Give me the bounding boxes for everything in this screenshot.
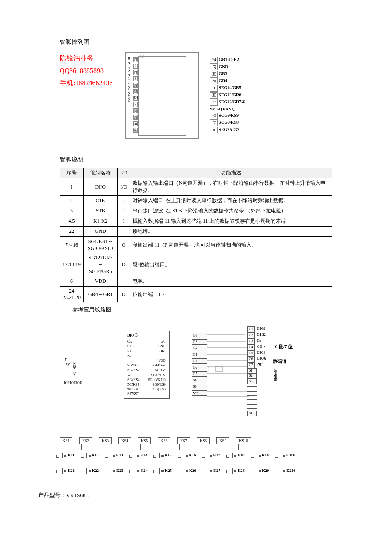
right-g-row: G1DIG1: [247, 326, 266, 332]
reference-circuit-diagram: ┌ +5V 小X29小 IOKIOKIOK DIO CKGCSTBGNDK1OR…: [60, 318, 332, 424]
pin-description-table: 序号管脚名称I/O功能描述 IDI/OI/O数据输入输出端口（N沟道开漏），在时…: [60, 168, 332, 302]
chip-left-pin-box: 回: [133, 89, 138, 94]
contact-info: 陈锐鸿业务 QQ3618885898 手机:18824662436: [60, 52, 112, 89]
right-g-row: G7∴07: [247, 362, 266, 368]
key-cell: K27: [205, 468, 223, 474]
right-g-row: G4CG・: [247, 344, 266, 350]
g-box: G4: [192, 352, 207, 357]
key-cell: K210: [278, 468, 298, 474]
key-cell: KS2: [79, 437, 92, 444]
key-cell: K22: [84, 468, 101, 474]
chip-left-pin-box: 3: [133, 102, 138, 107]
chip-left-vert-text: 101K1BK1K2DI23S23S45S6: [127, 56, 131, 103]
g-box: G5: [192, 358, 207, 364]
res-bottom: IOKIOKIOK: [64, 381, 82, 385]
right-g-row: G2D1G2: [247, 332, 266, 338]
right-s-row: S3: [247, 379, 266, 384]
chip-right-pin: 罚GND: [210, 64, 245, 71]
right-s-row: S1: [247, 368, 266, 373]
key-cell: KS9: [216, 437, 229, 444]
chip-pin-row: SGVKSISGI4/GaS: [127, 363, 166, 368]
table-row: 7～16SG1/KS1～ SGIO/KSIOO段输出端 11（P 沟道开漏）.也…: [60, 237, 332, 253]
right-s-row: [247, 393, 266, 397]
chip-left-pin-box: 回: [133, 83, 138, 88]
right-s-row: [247, 389, 266, 393]
table-header: 功能描述: [130, 168, 332, 178]
g-box: S9*: [192, 390, 207, 396]
g-box: G2: [192, 339, 207, 345]
chip-right-pin: 20GR4: [210, 78, 245, 85]
table-row: 3STBI串行接口滤波, 在 STB 下降沿输入的数据作为命令.（外部下拉电阻）: [60, 206, 332, 216]
chip-pin-row: K2: [127, 354, 166, 358]
contact-phone: 手机:18824662436: [60, 77, 112, 90]
key-cell: K16: [181, 452, 199, 459]
table-row: IDI/OI/O数据输入输出端口（N沟道开漏），在时钟下降沿输山串行数据，在时钟…: [60, 178, 332, 196]
chip-right-pin: SEG1(VKS1。: [210, 106, 245, 112]
digit-tube-label: 数码道: [273, 358, 293, 365]
res-vert: 小X29小: [72, 362, 76, 368]
chip-left-pin-box: 回: [133, 108, 138, 113]
key-cell: K23: [108, 468, 126, 474]
chip-pin-row: %RKS6SGβKS8: [127, 387, 166, 392]
table-row: 6VDD—电源.: [60, 276, 332, 287]
key-cell: KS10: [236, 437, 251, 444]
g-box: G1: [192, 333, 207, 338]
key-cell: KS8: [197, 437, 210, 444]
table-row: 17.18.19SG127GR7～ SG14/GR5O段/位输出端口。: [60, 253, 332, 276]
key-cell: K13: [108, 452, 126, 459]
g-box: G7: [192, 371, 207, 377]
chip-right-pin: nSEG7Λ<37: [210, 126, 245, 134]
right-s-row: S10: [247, 411, 266, 416]
product-model: 产品型号：VK1S68C: [38, 491, 358, 499]
key-cell: KS7: [177, 437, 190, 444]
key-row-1: KS1KS2KS3KS4KS5KS6KS7KS8KS9KS10: [60, 437, 332, 444]
key-cell: K15: [157, 452, 174, 459]
chip-pin-row: SG4KS4SC1{VK510: [127, 378, 166, 382]
chip-left-pin-box: 2: [133, 64, 138, 69]
chip-left-pin-box: 门: [133, 70, 138, 75]
chip-pin-row: S67KS7: [127, 392, 166, 396]
circuit-right-g-list: G1DIG1G2D1G2G3DsG4CG・G5DICSG6DIOGG7∴07S1…: [247, 326, 266, 416]
chip-pin-row: K1ORJ: [127, 349, 166, 354]
svg-point-0: [208, 368, 210, 370]
key-cell: KS6: [158, 437, 170, 444]
table-header: I/O: [118, 168, 130, 178]
chip-pin-row: CKGC: [127, 339, 166, 344]
chip-pinout-diagram: 101K1BK1K2DI23S23S45S6 门2门3回回[2]3回回m应 24…: [125, 52, 199, 139]
chip-left-pin-box: 应: [133, 128, 138, 133]
key-cell: K17: [205, 452, 223, 459]
table-row: 22GND—接地脚。: [60, 227, 332, 237]
key-cell: K12: [84, 452, 101, 459]
key-cell: KS1: [60, 437, 72, 444]
key-cell: K29: [254, 468, 271, 474]
circuit-chip-block: DIO CKGCSTBGNDK1ORJK2VDDSGVKSISGI4/GaSSG…: [124, 331, 170, 399]
chip-pin-row: STBGND: [127, 344, 166, 349]
section-title-ref-circuit: 参考应用线路图: [72, 306, 358, 314]
key-cell: K21: [60, 468, 77, 474]
right-g-row: G5DICS: [247, 350, 266, 356]
g-box: S8: [192, 378, 207, 383]
key-cell: K14: [133, 452, 150, 459]
key-row-2: K11K12K13K14K15K16K17K18K19K110: [60, 452, 332, 459]
chip-right-pin: 五GR3: [210, 70, 245, 78]
chip-left-pin-box: [2]: [133, 96, 138, 101]
key-matrix-diagram: KS1KS2KS3KS4KS5KS6KS7KS8KS9KS10 K11K12K1…: [60, 437, 332, 474]
chip-right-pin: ≡3SCG9/KS9: [210, 112, 245, 119]
section-title-pin-desc: 管脚说明: [60, 156, 358, 163]
g-box: G$: [192, 346, 207, 351]
key-cell: KS3: [99, 437, 112, 444]
table-header: 序号: [60, 168, 84, 178]
chip-right-pin: 过SCG0/KS8: [210, 119, 245, 126]
supply-label: +5V: [64, 363, 70, 367]
chip-left-pin-box: 门: [133, 57, 138, 62]
table-row: 4.5K1-K2I械输入数据端 11,输入到这些端 11 上的数据被锁存在是小周…: [60, 216, 332, 227]
chip-pin-row: SG2KS2SGI/G*: [127, 368, 166, 372]
chip-pin-row: 5C5KS5SG9/KS9: [127, 382, 166, 387]
table-row: 24 23.21.20GR4～GR1O位输出端「1・: [60, 287, 332, 302]
key-cell: K18: [230, 452, 247, 459]
s-vert-label: 3小・小67・小8910: [273, 369, 277, 381]
chip-right-pin: 五SEG13/GR6: [210, 92, 245, 99]
chip-right-pin: 24GR1¼GR2: [210, 56, 245, 64]
key-cell: K11: [60, 452, 77, 459]
g-box: S9: [192, 384, 207, 389]
